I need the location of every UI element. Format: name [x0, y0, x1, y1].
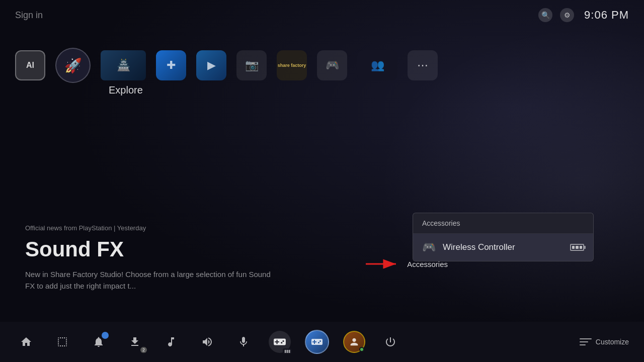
battery-bar-2: [576, 246, 578, 249]
taskbar-home[interactable]: [15, 331, 37, 353]
top-bar-right: 🔍 ⚙ 9:06 PM: [538, 8, 629, 22]
app-icon-psplus[interactable]: ✚: [156, 50, 186, 80]
taskbar-avatar-user[interactable]: [343, 331, 365, 353]
search-icon[interactable]: 🔍: [538, 8, 552, 22]
app-icon-games[interactable]: 🎮: [317, 50, 347, 80]
clock: 9:06 PM: [584, 9, 629, 22]
app-icon-ai[interactable]: AI: [15, 50, 45, 80]
settings-icon[interactable]: ⚙: [560, 8, 574, 22]
battery-bar-3: [580, 246, 582, 249]
taskbar-avatar-controller[interactable]: [305, 330, 329, 354]
accessories-header: Accessories: [413, 213, 593, 234]
arrow-label: Accessories: [407, 260, 448, 268]
app-icon-playstation[interactable]: ▶: [196, 50, 226, 80]
news-description: New in Share Factory Studio! Choose from…: [25, 269, 277, 292]
taskbar-sound[interactable]: [196, 331, 218, 353]
app-icon-more[interactable]: ⋯: [408, 50, 438, 80]
battery-body: [570, 244, 584, 251]
sign-in-text[interactable]: Sign in: [15, 10, 43, 21]
avatar-online-dot: [359, 347, 364, 352]
app-icon-ghost4[interactable]: 🏯: [101, 50, 146, 80]
taskbar-notifications[interactable]: [88, 331, 110, 353]
customize-label: Customize: [596, 338, 629, 346]
taskbar-music[interactable]: [160, 331, 182, 353]
taskbar-mic[interactable]: [232, 331, 255, 353]
news-meta: Official news from PlayStation | Yesterd…: [25, 224, 277, 232]
top-bar: Sign in 🔍 ⚙ 9:06 PM: [0, 0, 644, 30]
app-icon-capture[interactable]: 📷: [236, 50, 267, 80]
news-section: Official news from PlayStation | Yesterd…: [25, 224, 277, 292]
notification-badge: [102, 332, 109, 339]
app-icon-explore[interactable]: 🚀: [55, 48, 91, 83]
controller-name: Wireless Controller: [443, 242, 563, 252]
red-arrow-icon: [362, 254, 402, 274]
app-row: AI 🚀 🏯 ✚ ▶ 📷 share factory 🎮 👥 ⋯: [0, 43, 644, 88]
taskbar-download[interactable]: 2: [124, 331, 146, 353]
explore-label: Explore: [109, 84, 143, 96]
taskbar-controller-active[interactable]: ▮▮▮: [269, 331, 291, 353]
taskbar-icons: 2 ▮▮▮: [15, 330, 570, 354]
customize-icon: [580, 337, 592, 346]
app-icon-friends[interactable]: 👥: [357, 50, 397, 80]
top-bar-icons: 🔍 ⚙: [538, 8, 574, 22]
news-title: Sound FX: [25, 238, 277, 261]
download-badge: 2: [140, 347, 147, 353]
battery-bar-1: [572, 246, 575, 249]
taskbar-library[interactable]: [51, 331, 73, 353]
controller-battery-mini: ▮▮▮: [283, 348, 292, 354]
controller-small-icon: 🎮: [422, 241, 436, 254]
taskbar: 2 ▮▮▮: [0, 322, 644, 362]
taskbar-power[interactable]: [379, 331, 401, 353]
battery-indicator: [570, 244, 584, 251]
app-icon-sharefactory[interactable]: share factory: [277, 50, 307, 80]
customize-button[interactable]: Customize: [580, 337, 629, 346]
arrow-annotation: Accessories: [362, 254, 448, 274]
